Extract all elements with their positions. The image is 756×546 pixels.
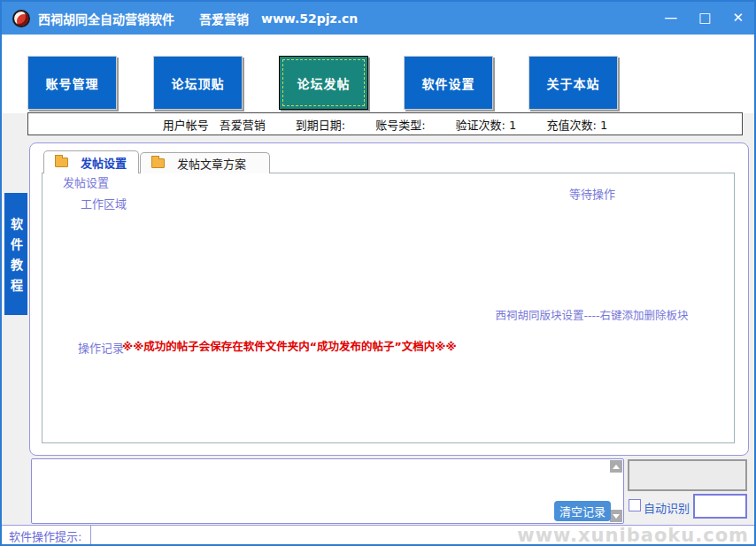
software-tutorial-button[interactable]: 软件教程 [4, 193, 27, 315]
app-logo-icon [12, 10, 30, 27]
close-icon[interactable]: ✕ [732, 12, 744, 25]
recharge-count: 充值次数: 1 [546, 116, 607, 133]
save-location-warning: ※※成功的帖子会保存在软件文件夹内“成功发布的帖子”文档内※※ [122, 337, 457, 354]
status-divider [90, 526, 91, 545]
verify-count: 验证次数: 1 [456, 116, 517, 133]
window-url: www.52pjz.cn [261, 12, 358, 26]
nav-button-account[interactable]: 账号管理 [27, 56, 117, 110]
folder-icon [151, 158, 165, 168]
groupbox-title: 工作区域 [76, 195, 131, 211]
window-title: 西祠胡同全自动营销软件 [38, 10, 174, 27]
tab-label: 发帖文章方案 [177, 155, 246, 172]
scroll-down-icon[interactable] [610, 510, 622, 522]
groupbox-title: 西祠胡同版块设置----右键添加删除板块 [490, 306, 692, 323]
folder-icon [55, 158, 68, 167]
expiry-date-label: 到期日期: [296, 116, 345, 133]
watermark-text: www.xunibaoku.com [517, 525, 754, 546]
auto-recognize-label: 自动识别 [644, 499, 690, 516]
titlebar: 西祠胡同全自动营销软件 吾爱营销 www.52pjz.cn — □ ✕ [2, 2, 754, 35]
auto-recognize-input[interactable] [693, 494, 747, 519]
nav-button-settings[interactable]: 软件设置 [404, 56, 493, 110]
nav-button-forum-post[interactable]: 论坛发帖 [279, 56, 368, 110]
window-controls: — □ ✕ [664, 12, 744, 25]
status-label: 软件操作提示: [2, 527, 90, 544]
nav-strip: 账号管理 论坛顶贴 论坛发帖 软件设置 关于本站 [2, 35, 754, 113]
bottom-log-textarea[interactable] [31, 458, 624, 524]
scroll-up-icon[interactable] [610, 460, 622, 473]
nav-button-about[interactable]: 关于本站 [528, 56, 618, 110]
nav-button-top-post[interactable]: 论坛顶贴 [153, 56, 243, 110]
app-window: 西祠胡同全自动营销软件 吾爱营销 www.52pjz.cn — □ ✕ 账号管理… [0, 0, 756, 546]
groupbox-title: 操作记录 [73, 339, 128, 356]
clear-log-button[interactable]: 清空记录 [554, 501, 611, 521]
auto-recognize-checkbox[interactable] [629, 499, 641, 511]
account-type-label: 账号类型: [375, 116, 425, 133]
maximize-icon[interactable]: □ [698, 12, 711, 25]
minimize-icon[interactable]: — [664, 12, 677, 25]
groupbox-title: 等待操作 [565, 185, 620, 202]
status-bar: 软件操作提示: www.xunibaoku.com [2, 525, 754, 545]
captcha-image-box [628, 459, 747, 491]
tab-post-article-plan[interactable]: 发帖文章方案 [140, 152, 270, 173]
tab-post-settings[interactable]: 发帖设置 [43, 150, 139, 173]
user-account-label: 用户帐号 [163, 116, 209, 133]
tab-label: 发帖设置 [81, 154, 127, 171]
window-subtitle: 吾爱营销 [199, 10, 249, 27]
groupbox-title: 发帖设置 [58, 173, 113, 190]
account-info-bar: 用户帐号 吾爱营销 到期日期: 账号类型: 验证次数: 1 充值次数: 1 [27, 112, 743, 135]
user-account-value: 吾爱营销 [220, 116, 266, 133]
